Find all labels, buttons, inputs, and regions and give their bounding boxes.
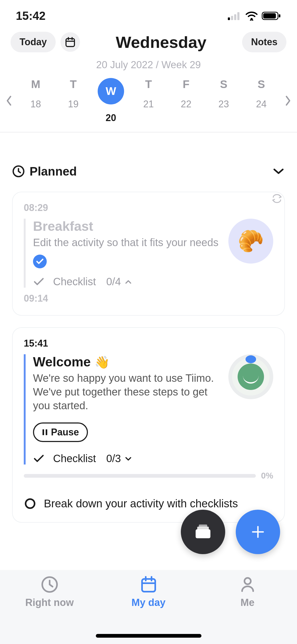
day-letter: S — [220, 78, 227, 91]
day-18[interactable]: M18 — [20, 78, 51, 123]
chevron-right-icon — [284, 95, 292, 107]
activity-card-breakfast[interactable]: 08:29 Breakfast Edit the activity so tha… — [12, 192, 285, 316]
next-week-button[interactable] — [280, 95, 296, 107]
svg-rect-21 — [142, 579, 155, 592]
day-number: 18 — [30, 99, 41, 110]
day-letter: S — [258, 78, 265, 91]
chevron-left-icon — [5, 95, 13, 107]
day-letter: T — [145, 78, 152, 91]
nav-me[interactable]: Me — [198, 575, 297, 644]
svg-rect-17 — [199, 525, 207, 527]
wifi-icon — [245, 11, 258, 21]
day-number: 19 — [68, 99, 79, 110]
nav-my-day[interactable]: My day — [99, 575, 198, 644]
card-title: Breakfast — [33, 219, 220, 234]
card-start-time: 08:29 — [24, 202, 273, 213]
svg-rect-14 — [46, 429, 47, 435]
status-icons — [228, 11, 281, 21]
card-start-time: 15:41 — [24, 338, 273, 349]
prev-week-button[interactable] — [1, 95, 17, 107]
svg-rect-3 — [237, 12, 239, 20]
nav-label: Right now — [25, 597, 74, 608]
svg-rect-13 — [43, 429, 44, 435]
done-badge[interactable] — [33, 255, 47, 268]
activity-card-welcome[interactable]: 15:41 Welcome 👋 We're so happy you want … — [12, 327, 285, 523]
day-19[interactable]: T19 — [58, 78, 89, 123]
check-icon — [33, 454, 45, 463]
home-indicator[interactable] — [96, 634, 201, 638]
svg-rect-1 — [231, 16, 233, 20]
checklist-count: 0/4 — [106, 276, 121, 288]
day-letter: T — [70, 78, 77, 91]
day-letter: F — [183, 78, 190, 91]
croissant-emoji: 🥐 — [238, 229, 264, 254]
activity-icon-welcome — [228, 354, 273, 399]
planned-section-header[interactable]: Planned — [12, 164, 285, 178]
chevron-up-icon — [125, 279, 132, 284]
nav-label: My day — [131, 597, 166, 608]
day-24[interactable]: S24 — [246, 78, 277, 123]
svg-point-25 — [244, 578, 251, 584]
day-letter: M — [31, 78, 40, 91]
day-20[interactable]: W20 — [95, 78, 127, 123]
svg-point-4 — [251, 18, 253, 20]
svg-rect-8 — [66, 39, 74, 47]
svg-rect-2 — [234, 14, 236, 20]
day-22[interactable]: F22 — [170, 78, 202, 123]
week-strip: M18T19W20T21F22S23S24 — [0, 71, 297, 132]
card-title: Welcome — [33, 355, 91, 369]
pause-label: Pause — [51, 427, 79, 438]
day-letter: W — [98, 78, 124, 104]
chevron-down-icon — [125, 456, 132, 461]
person-icon — [238, 575, 257, 594]
page-title: Wednesday — [85, 33, 237, 52]
day-23[interactable]: S23 — [208, 78, 239, 123]
inbox-fab[interactable] — [181, 510, 225, 554]
subtask-checkbox[interactable] — [25, 498, 35, 509]
fab-container — [181, 510, 280, 554]
pause-button[interactable]: Pause — [33, 422, 88, 442]
nav-right-now[interactable]: Right now — [0, 575, 99, 644]
wave-emoji: 👋 — [95, 355, 110, 369]
today-button[interactable]: Today — [11, 32, 56, 52]
subtask-item[interactable]: Break down your activity with checklists — [24, 496, 273, 511]
nav-label: Me — [241, 597, 254, 608]
pause-icon — [42, 429, 48, 436]
checklist-toggle[interactable]: Checklist 0/4 — [33, 276, 220, 288]
card-description: We're so happy you want to use Tiimo. We… — [33, 371, 220, 412]
check-icon — [36, 258, 44, 265]
cellular-icon — [228, 12, 242, 20]
card-description: Edit the activity so that it fits your n… — [33, 236, 220, 249]
progress-bar — [24, 474, 256, 478]
subtask-text: Break down your activity with checklists — [44, 496, 238, 511]
notes-button[interactable]: Notes — [242, 32, 286, 52]
bottom-nav: Right now My day Me — [0, 570, 297, 644]
day-number: 24 — [256, 99, 267, 110]
status-bar: 15:42 — [0, 0, 297, 32]
inbox-icon — [194, 524, 213, 540]
day-number: 21 — [143, 99, 154, 110]
repeat-icon — [272, 193, 282, 204]
day-number: 22 — [181, 99, 191, 110]
add-fab[interactable] — [236, 510, 280, 554]
chevron-down-icon — [272, 167, 285, 175]
planned-label: Planned — [30, 164, 77, 178]
header: Today Wednesday Notes 20 July 2022 / Wee… — [0, 32, 297, 71]
checklist-count: 0/3 — [106, 453, 121, 464]
day-number: 23 — [218, 99, 229, 110]
card-end-time: 09:14 — [24, 293, 273, 304]
plus-icon — [250, 524, 266, 540]
svg-rect-6 — [263, 13, 276, 19]
day-21[interactable]: T21 — [133, 78, 164, 123]
svg-rect-7 — [279, 14, 280, 17]
calendar-button[interactable] — [60, 32, 80, 52]
progress-row: 0% — [24, 471, 273, 481]
progress-percent: 0% — [261, 471, 273, 481]
calendar-icon — [139, 575, 158, 594]
header-subtitle: 20 July 2022 / Week 29 — [11, 59, 286, 71]
checklist-toggle[interactable]: Checklist 0/3 — [33, 453, 220, 464]
checklist-label: Checklist — [53, 453, 96, 464]
clock-icon — [12, 165, 25, 178]
calendar-icon — [65, 36, 76, 48]
clock-icon — [40, 575, 59, 594]
